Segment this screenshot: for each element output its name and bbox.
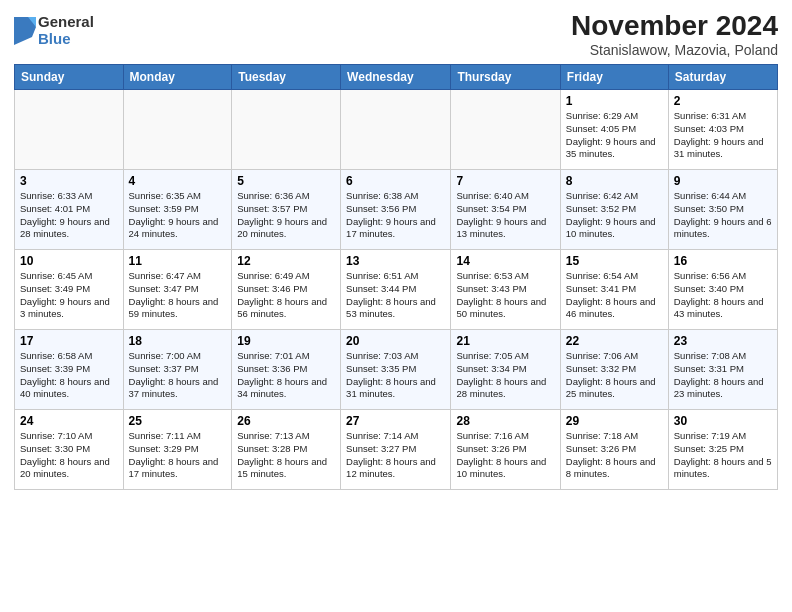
- day-info: Sunrise: 6:42 AM Sunset: 3:52 PM Dayligh…: [566, 190, 663, 241]
- calendar-week-4: 17Sunrise: 6:58 AM Sunset: 3:39 PM Dayli…: [15, 330, 778, 410]
- logo-icon: [14, 17, 36, 45]
- day-info: Sunrise: 6:36 AM Sunset: 3:57 PM Dayligh…: [237, 190, 335, 241]
- calendar-cell: [123, 90, 232, 170]
- day-number: 18: [129, 334, 227, 348]
- day-number: 19: [237, 334, 335, 348]
- day-number: 26: [237, 414, 335, 428]
- calendar-cell: 18Sunrise: 7:00 AM Sunset: 3:37 PM Dayli…: [123, 330, 232, 410]
- weekday-tuesday: Tuesday: [232, 65, 341, 90]
- calendar-cell: 20Sunrise: 7:03 AM Sunset: 3:35 PM Dayli…: [341, 330, 451, 410]
- day-info: Sunrise: 6:54 AM Sunset: 3:41 PM Dayligh…: [566, 270, 663, 321]
- calendar-cell: 6Sunrise: 6:38 AM Sunset: 3:56 PM Daylig…: [341, 170, 451, 250]
- weekday-thursday: Thursday: [451, 65, 560, 90]
- day-info: Sunrise: 7:19 AM Sunset: 3:25 PM Dayligh…: [674, 430, 772, 481]
- day-number: 20: [346, 334, 445, 348]
- day-number: 5: [237, 174, 335, 188]
- calendar-cell: 29Sunrise: 7:18 AM Sunset: 3:26 PM Dayli…: [560, 410, 668, 490]
- day-info: Sunrise: 7:13 AM Sunset: 3:28 PM Dayligh…: [237, 430, 335, 481]
- day-number: 9: [674, 174, 772, 188]
- calendar-cell: 10Sunrise: 6:45 AM Sunset: 3:49 PM Dayli…: [15, 250, 124, 330]
- calendar-cell: 23Sunrise: 7:08 AM Sunset: 3:31 PM Dayli…: [668, 330, 777, 410]
- day-number: 23: [674, 334, 772, 348]
- calendar-week-5: 24Sunrise: 7:10 AM Sunset: 3:30 PM Dayli…: [15, 410, 778, 490]
- calendar-cell: 26Sunrise: 7:13 AM Sunset: 3:28 PM Dayli…: [232, 410, 341, 490]
- day-info: Sunrise: 6:38 AM Sunset: 3:56 PM Dayligh…: [346, 190, 445, 241]
- day-number: 3: [20, 174, 118, 188]
- calendar-week-2: 3Sunrise: 6:33 AM Sunset: 4:01 PM Daylig…: [15, 170, 778, 250]
- calendar-cell: 4Sunrise: 6:35 AM Sunset: 3:59 PM Daylig…: [123, 170, 232, 250]
- day-number: 13: [346, 254, 445, 268]
- day-info: Sunrise: 6:49 AM Sunset: 3:46 PM Dayligh…: [237, 270, 335, 321]
- calendar-week-3: 10Sunrise: 6:45 AM Sunset: 3:49 PM Dayli…: [15, 250, 778, 330]
- day-number: 24: [20, 414, 118, 428]
- day-number: 12: [237, 254, 335, 268]
- day-number: 11: [129, 254, 227, 268]
- day-info: Sunrise: 6:33 AM Sunset: 4:01 PM Dayligh…: [20, 190, 118, 241]
- calendar-cell: 19Sunrise: 7:01 AM Sunset: 3:36 PM Dayli…: [232, 330, 341, 410]
- day-info: Sunrise: 7:14 AM Sunset: 3:27 PM Dayligh…: [346, 430, 445, 481]
- day-info: Sunrise: 6:53 AM Sunset: 3:43 PM Dayligh…: [456, 270, 554, 321]
- calendar-cell: 24Sunrise: 7:10 AM Sunset: 3:30 PM Dayli…: [15, 410, 124, 490]
- day-info: Sunrise: 6:31 AM Sunset: 4:03 PM Dayligh…: [674, 110, 772, 161]
- calendar-cell: 14Sunrise: 6:53 AM Sunset: 3:43 PM Dayli…: [451, 250, 560, 330]
- day-info: Sunrise: 7:05 AM Sunset: 3:34 PM Dayligh…: [456, 350, 554, 401]
- day-info: Sunrise: 7:03 AM Sunset: 3:35 PM Dayligh…: [346, 350, 445, 401]
- calendar-cell: 22Sunrise: 7:06 AM Sunset: 3:32 PM Dayli…: [560, 330, 668, 410]
- title-block: November 2024 Stanislawow, Mazovia, Pola…: [571, 10, 778, 58]
- calendar-cell: 8Sunrise: 6:42 AM Sunset: 3:52 PM Daylig…: [560, 170, 668, 250]
- day-number: 10: [20, 254, 118, 268]
- logo-blue: Blue: [38, 31, 94, 48]
- calendar-cell: 13Sunrise: 6:51 AM Sunset: 3:44 PM Dayli…: [341, 250, 451, 330]
- day-number: 22: [566, 334, 663, 348]
- calendar-table: SundayMondayTuesdayWednesdayThursdayFrid…: [14, 64, 778, 490]
- day-number: 17: [20, 334, 118, 348]
- day-info: Sunrise: 7:01 AM Sunset: 3:36 PM Dayligh…: [237, 350, 335, 401]
- calendar-cell: 15Sunrise: 6:54 AM Sunset: 3:41 PM Dayli…: [560, 250, 668, 330]
- weekday-friday: Friday: [560, 65, 668, 90]
- day-number: 1: [566, 94, 663, 108]
- calendar-cell: 30Sunrise: 7:19 AM Sunset: 3:25 PM Dayli…: [668, 410, 777, 490]
- day-info: Sunrise: 6:47 AM Sunset: 3:47 PM Dayligh…: [129, 270, 227, 321]
- day-info: Sunrise: 6:35 AM Sunset: 3:59 PM Dayligh…: [129, 190, 227, 241]
- day-info: Sunrise: 7:16 AM Sunset: 3:26 PM Dayligh…: [456, 430, 554, 481]
- day-info: Sunrise: 6:58 AM Sunset: 3:39 PM Dayligh…: [20, 350, 118, 401]
- calendar-cell: [232, 90, 341, 170]
- logo: General Blue: [14, 14, 94, 47]
- weekday-wednesday: Wednesday: [341, 65, 451, 90]
- calendar-cell: 25Sunrise: 7:11 AM Sunset: 3:29 PM Dayli…: [123, 410, 232, 490]
- weekday-header-row: SundayMondayTuesdayWednesdayThursdayFrid…: [15, 65, 778, 90]
- calendar-cell: 7Sunrise: 6:40 AM Sunset: 3:54 PM Daylig…: [451, 170, 560, 250]
- day-number: 7: [456, 174, 554, 188]
- day-number: 8: [566, 174, 663, 188]
- day-info: Sunrise: 6:51 AM Sunset: 3:44 PM Dayligh…: [346, 270, 445, 321]
- page: General Blue November 2024 Stanislawow, …: [0, 0, 792, 612]
- day-info: Sunrise: 6:29 AM Sunset: 4:05 PM Dayligh…: [566, 110, 663, 161]
- day-number: 2: [674, 94, 772, 108]
- day-number: 21: [456, 334, 554, 348]
- calendar-cell: 2Sunrise: 6:31 AM Sunset: 4:03 PM Daylig…: [668, 90, 777, 170]
- calendar-cell: 27Sunrise: 7:14 AM Sunset: 3:27 PM Dayli…: [341, 410, 451, 490]
- calendar-cell: 17Sunrise: 6:58 AM Sunset: 3:39 PM Dayli…: [15, 330, 124, 410]
- day-number: 15: [566, 254, 663, 268]
- calendar-cell: 12Sunrise: 6:49 AM Sunset: 3:46 PM Dayli…: [232, 250, 341, 330]
- day-number: 6: [346, 174, 445, 188]
- weekday-sunday: Sunday: [15, 65, 124, 90]
- weekday-monday: Monday: [123, 65, 232, 90]
- subtitle: Stanislawow, Mazovia, Poland: [571, 42, 778, 58]
- calendar-cell: 9Sunrise: 6:44 AM Sunset: 3:50 PM Daylig…: [668, 170, 777, 250]
- month-title: November 2024: [571, 10, 778, 42]
- calendar-cell: 11Sunrise: 6:47 AM Sunset: 3:47 PM Dayli…: [123, 250, 232, 330]
- day-info: Sunrise: 7:18 AM Sunset: 3:26 PM Dayligh…: [566, 430, 663, 481]
- day-info: Sunrise: 6:40 AM Sunset: 3:54 PM Dayligh…: [456, 190, 554, 241]
- day-info: Sunrise: 6:56 AM Sunset: 3:40 PM Dayligh…: [674, 270, 772, 321]
- day-number: 30: [674, 414, 772, 428]
- day-info: Sunrise: 7:11 AM Sunset: 3:29 PM Dayligh…: [129, 430, 227, 481]
- calendar-cell: [341, 90, 451, 170]
- calendar-cell: [451, 90, 560, 170]
- logo-text: General Blue: [38, 14, 94, 47]
- day-number: 27: [346, 414, 445, 428]
- day-info: Sunrise: 7:10 AM Sunset: 3:30 PM Dayligh…: [20, 430, 118, 481]
- day-number: 4: [129, 174, 227, 188]
- day-number: 14: [456, 254, 554, 268]
- day-number: 28: [456, 414, 554, 428]
